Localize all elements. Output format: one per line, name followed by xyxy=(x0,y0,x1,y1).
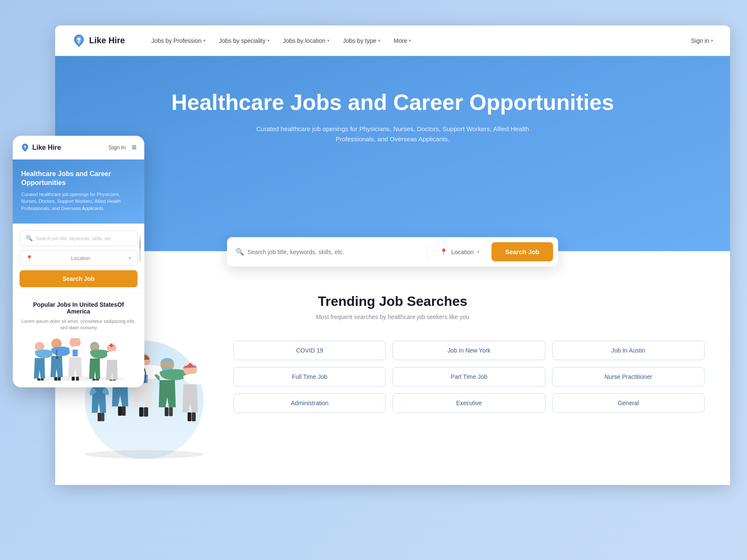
mobile-popular-desc: Lorem ipsum dolor sit amet, consetetur s… xyxy=(21,318,136,331)
chevron-down-icon: ▾ xyxy=(711,38,713,43)
svg-rect-10 xyxy=(144,407,148,417)
trending-subtitle: Most frequent searches by healthcare job… xyxy=(81,314,705,320)
nav-item-profession[interactable]: Jobs by Profession ▾ xyxy=(145,34,211,48)
mobile-scrollbar xyxy=(139,236,141,262)
svg-rect-41 xyxy=(110,380,112,381)
trending-body: COVID 19 Job In New York Job In Austin F… xyxy=(81,341,705,459)
mobile-scrollbar-thumb xyxy=(139,241,141,249)
svg-rect-19 xyxy=(188,412,191,421)
svg-point-21 xyxy=(85,450,204,459)
chevron-down-icon: ▾ xyxy=(378,38,380,43)
nav-item-speciality[interactable]: Jobs by speciality ▾ xyxy=(213,34,275,48)
navbar: Like Hire Jobs by Profession ▾ Jobs by s… xyxy=(55,25,730,56)
mobile-popular-title: Popular Jobs In United StatesOf America xyxy=(21,301,136,315)
tag-covid19[interactable]: COVID 19 xyxy=(233,341,386,360)
tag-administration[interactable]: Administration xyxy=(233,393,386,413)
tag-executive[interactable]: Executive xyxy=(393,393,545,413)
svg-rect-15 xyxy=(169,407,173,416)
chevron-down-icon: ▾ xyxy=(203,38,205,43)
tag-job-newyork[interactable]: Job In New York xyxy=(393,341,545,360)
chevron-down-icon: ▾ xyxy=(267,38,270,43)
svg-rect-33 xyxy=(73,350,78,356)
svg-rect-20 xyxy=(192,412,196,421)
mobile-logo-icon xyxy=(20,143,30,152)
mobile-popular-section: Popular Jobs In United StatesOf America … xyxy=(13,294,144,387)
mobile-location-dropdown[interactable]: 📍 Location ▾ xyxy=(20,250,138,266)
chevron-down-icon: ▾ xyxy=(477,249,480,255)
svg-rect-40 xyxy=(109,345,114,346)
nav-links: Jobs by Profession ▾ Jobs by speciality … xyxy=(145,34,677,48)
location-dropdown[interactable]: 📍 Location ▾ xyxy=(433,248,486,256)
mobile-chevron-icon: ▾ xyxy=(129,255,131,261)
svg-rect-28 xyxy=(58,377,61,381)
svg-point-29 xyxy=(56,356,59,359)
location-icon: 📍 xyxy=(440,248,448,256)
svg-rect-27 xyxy=(54,377,57,381)
svg-rect-1 xyxy=(98,413,101,421)
chevron-down-icon: ▾ xyxy=(327,38,329,43)
svg-rect-18 xyxy=(188,364,193,366)
svg-rect-37 xyxy=(96,379,99,381)
svg-rect-4 xyxy=(118,406,122,416)
search-input-wrap: 🔍 xyxy=(236,248,422,256)
mobile-hero-subtitle: Curated healthcare job openings for Phys… xyxy=(21,191,136,212)
svg-rect-25 xyxy=(41,378,44,381)
svg-rect-36 xyxy=(93,379,95,381)
search-icon: 🔍 xyxy=(236,248,244,256)
search-bar: 🔍 📍 Location ▾ Search Job xyxy=(227,237,558,266)
tag-general[interactable]: General xyxy=(552,393,705,413)
svg-rect-9 xyxy=(139,407,143,417)
svg-rect-31 xyxy=(72,377,75,381)
trending-title: Trending Job Searches xyxy=(81,294,705,309)
mobile-signin[interactable]: Sign In xyxy=(109,144,126,151)
hero-title: Healthcare Jobs and Career Opportunities xyxy=(72,90,713,115)
svg-rect-5 xyxy=(122,406,126,416)
divider xyxy=(427,245,428,259)
chevron-down-icon: ▾ xyxy=(409,38,411,43)
search-input[interactable] xyxy=(247,249,422,255)
hero-subtitle: Curated healthcare job openings for Phys… xyxy=(244,124,541,144)
signin-button[interactable]: Sign in ▾ xyxy=(691,37,713,44)
svg-rect-14 xyxy=(165,407,168,416)
mobile-doctors-illustration xyxy=(21,338,136,381)
nav-item-type[interactable]: Jobs by type ▾ xyxy=(337,34,386,48)
logo[interactable]: Like Hire xyxy=(72,34,125,48)
svg-rect-32 xyxy=(76,377,79,381)
mobile-nav-right: Sign In ≡ xyxy=(109,143,137,152)
mobile-card: Like Hire Sign In ≡ Healthcare Jobs and … xyxy=(13,136,144,387)
mobile-navbar: Like Hire Sign In ≡ xyxy=(13,136,144,160)
mobile-hero-title: Healthcare Jobs and Career Opportunities xyxy=(21,170,136,188)
mobile-search-button[interactable]: Search Job xyxy=(20,270,138,287)
search-job-button[interactable]: Search Job xyxy=(491,242,553,261)
mobile-search-section: 🔍 Search job title, keywords, skills, et… xyxy=(13,224,144,294)
mobile-doctor-svg xyxy=(28,338,129,381)
nav-item-location[interactable]: Jobs by location ▾ xyxy=(277,34,335,48)
mobile-search-placeholder: Search job title, keywords, skills, etc. xyxy=(36,236,112,241)
svg-rect-2 xyxy=(101,413,104,421)
svg-rect-42 xyxy=(113,380,116,381)
trending-tags-grid: COVID 19 Job In New York Job In Austin F… xyxy=(233,341,705,413)
mobile-search-input-wrap[interactable]: 🔍 Search job title, keywords, skills, et… xyxy=(20,230,138,246)
desktop-window: Like Hire Jobs by Profession ▾ Jobs by s… xyxy=(55,25,730,485)
mobile-search-icon: 🔍 xyxy=(26,235,33,241)
mobile-logo[interactable]: Like Hire xyxy=(20,143,61,152)
hero-section: Healthcare Jobs and Career Opportunities… xyxy=(55,56,730,251)
nav-item-more[interactable]: More ▾ xyxy=(388,34,417,48)
tag-parttime[interactable]: Part Time Job xyxy=(393,367,545,386)
mobile-hero: Healthcare Jobs and Career Opportunities… xyxy=(13,160,144,224)
tag-fulltime[interactable]: Full Time Job xyxy=(233,367,386,386)
hamburger-icon[interactable]: ≡ xyxy=(132,143,137,152)
trending-section: Trending Job Searches Most frequent sear… xyxy=(55,251,730,485)
svg-rect-24 xyxy=(37,378,40,381)
tag-job-austin[interactable]: Job In Austin xyxy=(552,341,705,360)
mobile-location-label: Location xyxy=(71,255,90,261)
tag-nurse-practitioner[interactable]: Nurse Practitioner xyxy=(552,367,705,386)
logo-icon xyxy=(72,34,86,48)
mobile-location-icon: 📍 xyxy=(26,255,33,261)
